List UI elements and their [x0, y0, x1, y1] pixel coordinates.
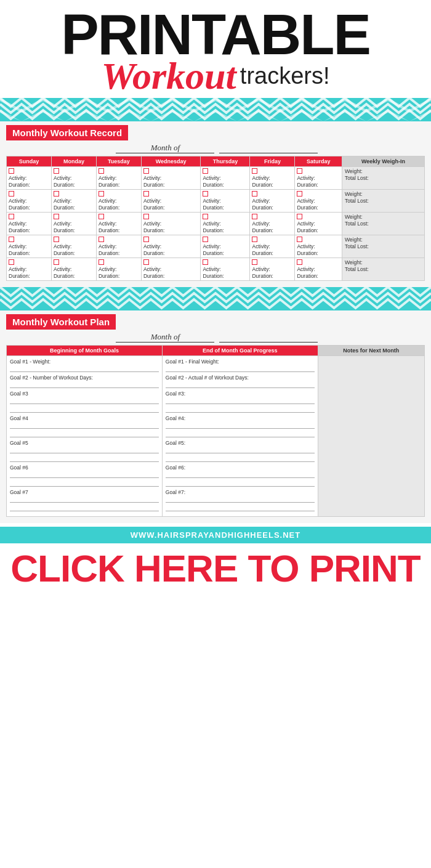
- duration-label: Duration:: [297, 250, 340, 256]
- activity-label: Activity:: [143, 175, 198, 181]
- list-item: Goal #7:: [166, 489, 315, 495]
- checkbox-icon[interactable]: [9, 259, 14, 265]
- list-item: Goal #1 - Final Weight:: [166, 359, 315, 365]
- list-item: Goal #6:: [166, 464, 315, 471]
- activity-label: Activity:: [9, 198, 49, 204]
- duration-label: Duration:: [99, 182, 139, 188]
- footer-website[interactable]: WWW.HAIRSPRAYANDHIGHHEELS.NET: [0, 527, 431, 543]
- checkbox-icon[interactable]: [54, 259, 59, 265]
- checkbox-icon[interactable]: [99, 259, 104, 265]
- duration-label: Duration:: [54, 250, 94, 256]
- checkbox-icon[interactable]: [143, 168, 149, 174]
- table-row: Activity: Duration:: [141, 190, 200, 213]
- table-row: Activity: Duration:: [201, 235, 250, 258]
- plan-col3-header: Notes for Next Month: [318, 346, 424, 356]
- checkbox-icon[interactable]: [252, 259, 257, 265]
- plan-goals-left: Goal #1 - Weight:Goal #2 - Number of Wor…: [7, 356, 163, 517]
- checkbox-icon[interactable]: [99, 214, 104, 219]
- activity-label: Activity:: [297, 266, 340, 272]
- activity-label: Activity:: [297, 243, 340, 249]
- col-weekly: Weekly Weigh-In: [342, 156, 424, 167]
- activity-label: Activity:: [54, 175, 94, 181]
- activity-label: Activity:: [143, 243, 198, 249]
- checkbox-icon[interactable]: [143, 259, 149, 265]
- duration-label: Duration:: [203, 273, 248, 279]
- checkbox-icon[interactable]: [54, 214, 59, 219]
- duration-label: Duration:: [297, 182, 340, 188]
- duration-label: Duration:: [203, 205, 248, 211]
- duration-label: Duration:: [99, 250, 139, 256]
- checkbox-icon[interactable]: [143, 214, 149, 219]
- activity-label: Activity:: [143, 221, 198, 227]
- chevron-band-2: [0, 287, 431, 310]
- chevron-band-1: [0, 98, 431, 121]
- duration-label: Duration:: [9, 227, 49, 233]
- checkbox-icon[interactable]: [252, 237, 257, 242]
- checkbox-icon[interactable]: [297, 191, 302, 197]
- list-item: Goal #4:: [166, 415, 315, 421]
- checkbox-icon[interactable]: [54, 168, 59, 174]
- table-row: Activity: Duration:: [295, 235, 342, 258]
- checkbox-icon[interactable]: [99, 191, 104, 197]
- checkbox-icon[interactable]: [99, 237, 104, 242]
- duration-label: Duration:: [252, 250, 292, 256]
- duration-label: Duration:: [252, 205, 292, 211]
- checkbox-icon[interactable]: [297, 214, 302, 219]
- checkbox-icon[interactable]: [297, 168, 302, 174]
- duration-label: Duration:: [143, 250, 198, 256]
- duration-label: Duration:: [143, 182, 198, 188]
- table-row: Activity: Duration:: [96, 213, 141, 235]
- table-row: Activity: Duration:: [141, 235, 200, 258]
- weekly-cell: Weight: Total Lost:: [342, 190, 424, 213]
- checkbox-icon[interactable]: [203, 191, 208, 197]
- col-sunday: Sunday: [7, 156, 52, 167]
- checkbox-icon[interactable]: [9, 191, 14, 197]
- activity-label: Activity:: [297, 221, 340, 227]
- activity-label: Activity:: [99, 221, 139, 227]
- checkbox-icon[interactable]: [252, 191, 257, 197]
- checkbox-icon[interactable]: [252, 214, 257, 219]
- checkbox-icon[interactable]: [297, 237, 302, 242]
- checkbox-icon[interactable]: [143, 237, 149, 242]
- duration-label: Duration:: [143, 273, 198, 279]
- table-row: Activity: Duration:: [141, 213, 200, 235]
- activity-label: Activity:: [297, 175, 340, 181]
- activity-label: Activity:: [203, 266, 248, 272]
- trackers-word: trackers!: [240, 64, 330, 87]
- activity-label: Activity:: [203, 198, 248, 204]
- activity-label: Activity:: [54, 243, 94, 249]
- plan-goals-right: Goal #1 - Final Weight:Goal #2 - Actual …: [162, 356, 318, 517]
- checkbox-icon[interactable]: [99, 168, 104, 174]
- list-item: Goal #1 - Weight:: [10, 359, 159, 365]
- plan-month-line: Month of: [6, 332, 425, 343]
- duration-label: Duration:: [54, 182, 94, 188]
- footer-cta[interactable]: CLICK HERE TO PRINT: [0, 543, 431, 596]
- checkbox-icon[interactable]: [9, 168, 14, 174]
- table-row: Activity: Duration:: [51, 167, 96, 190]
- checkbox-icon[interactable]: [203, 237, 208, 242]
- checkbox-icon[interactable]: [203, 214, 208, 219]
- checkbox-icon[interactable]: [9, 237, 14, 242]
- duration-label: Duration:: [99, 205, 139, 211]
- checkbox-icon[interactable]: [54, 191, 59, 197]
- duration-label: Duration:: [297, 273, 340, 279]
- checkbox-icon[interactable]: [143, 191, 149, 197]
- duration-label: Duration:: [203, 250, 248, 256]
- checkbox-icon[interactable]: [54, 237, 59, 242]
- activity-label: Activity:: [9, 175, 49, 181]
- activity-label: Activity:: [143, 198, 198, 204]
- duration-label: Duration:: [143, 205, 198, 211]
- checkbox-icon[interactable]: [203, 168, 208, 174]
- table-row: Activity: Duration:: [201, 190, 250, 213]
- checkbox-icon[interactable]: [297, 259, 302, 265]
- table-row: Activity: Duration:: [295, 167, 342, 190]
- table-row: Activity: Duration:: [51, 258, 96, 281]
- checkbox-icon[interactable]: [9, 214, 14, 219]
- table-row: Activity: Duration:: [51, 235, 96, 258]
- table-row: Activity: Duration:: [96, 258, 141, 281]
- weekly-cell: Weight: Total Lost:: [342, 167, 424, 190]
- duration-label: Duration:: [203, 227, 248, 233]
- duration-label: Duration:: [252, 182, 292, 188]
- checkbox-icon[interactable]: [252, 168, 257, 174]
- checkbox-icon[interactable]: [203, 259, 208, 265]
